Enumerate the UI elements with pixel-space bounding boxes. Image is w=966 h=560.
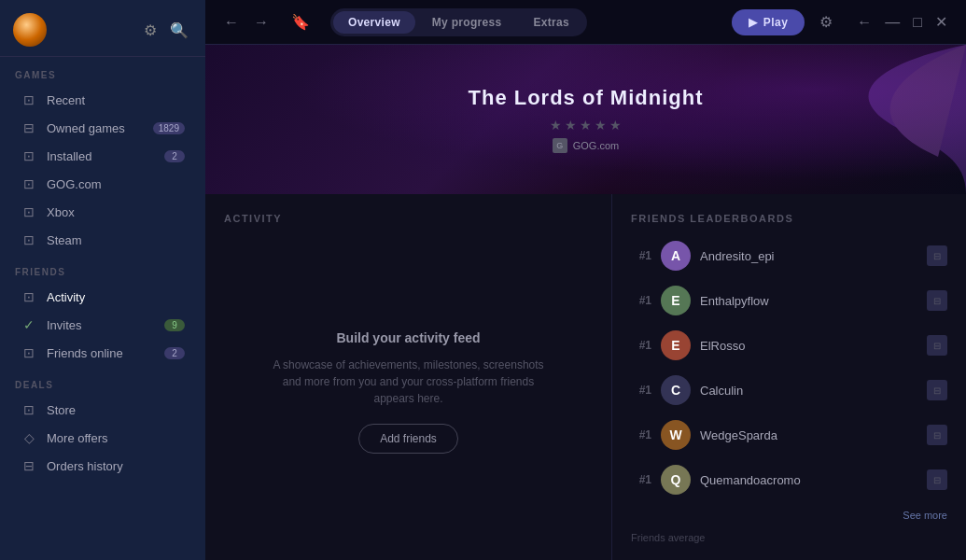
invites-badge: 9	[164, 319, 185, 331]
forward-button[interactable]: →	[248, 10, 274, 35]
star-3: ★	[580, 118, 592, 133]
lb-avatar-0: A	[661, 241, 691, 271]
recent-icon: ⊡	[21, 92, 37, 107]
activity-icon: ⊡	[21, 289, 37, 304]
lb-game-icon-3: ⊟	[927, 380, 947, 400]
sidebar-item-label-gog: GOG.com	[47, 177, 102, 191]
sidebar-item-orders-history[interactable]: ⊟ Orders history	[6, 452, 200, 480]
sidebar-item-owned-games[interactable]: ⊟ Owned games 1829	[6, 114, 200, 142]
friends-online-badge: 2	[164, 347, 185, 359]
filter-settings-button[interactable]: ⚙	[812, 9, 840, 35]
lb-game-icon-4: ⊟	[927, 425, 947, 445]
lb-avatar-1: E	[661, 286, 691, 315]
lb-avatar-2: E	[661, 330, 691, 360]
play-button[interactable]: ▶ Play	[732, 9, 805, 35]
hero-platform: G GOG.com	[553, 138, 620, 153]
tab-extras[interactable]: Extras	[518, 11, 584, 34]
sidebar-item-label-orders-history: Orders history	[47, 459, 123, 473]
leaderboard-title: FRIENDS LEADERBOARDS	[612, 213, 966, 224]
installed-badge: 2	[164, 150, 185, 162]
sidebar: ⚙ 🔍 GAMES ⊡ Recent ⊟ Owned games 1829 ⊡ …	[0, 0, 205, 560]
tab-my-progress[interactable]: My progress	[417, 11, 517, 34]
play-label: Play	[763, 16, 789, 29]
see-more-link[interactable]: See more	[612, 502, 966, 528]
lb-rank-3: #1	[631, 384, 651, 397]
friends-avg-label: Friends average	[612, 528, 966, 547]
xbox-icon: ⊡	[21, 204, 37, 219]
avatar[interactable]	[13, 13, 47, 47]
activity-empty-desc: A showcase of achievements, milestones, …	[269, 357, 549, 407]
add-friends-button[interactable]: Add friends	[358, 424, 458, 454]
sidebar-item-gog[interactable]: ⊡ GOG.com	[6, 170, 200, 198]
lb-rank-2: #1	[631, 339, 651, 352]
lb-row-1[interactable]: #1 E Enthalpyflow ⊟	[612, 278, 966, 323]
lb-rank-1: #1	[631, 294, 651, 307]
lb-game-icon-2: ⊟	[927, 335, 947, 356]
tab-group: Overview My progress Extras	[330, 8, 587, 36]
sidebar-item-friends-online[interactable]: ⊡ Friends online 2	[6, 339, 200, 367]
sidebar-item-label-more-offers: More offers	[47, 431, 108, 445]
sidebar-item-label-owned: Owned games	[47, 121, 125, 135]
lb-name-5: Quemandoacromo	[700, 473, 917, 487]
minimize-button[interactable]: —	[879, 9, 905, 35]
lb-rank-0: #1	[631, 249, 651, 262]
top-nav: ← → 🔖 Overview My progress Extras ▶ Play…	[205, 0, 966, 45]
maximize-button[interactable]: □	[907, 9, 928, 35]
orders-icon: ⊟	[21, 458, 37, 473]
friends-section-label: FRIENDS	[0, 254, 205, 283]
sidebar-item-invites[interactable]: ✓ Invites 9	[6, 311, 200, 339]
content-area: ACTIVITY Build your activity feed A show…	[205, 194, 966, 560]
sidebar-item-xbox[interactable]: ⊡ Xbox	[6, 198, 200, 226]
installed-icon: ⊡	[21, 148, 37, 163]
more-offers-icon: ◇	[21, 430, 37, 445]
star-5: ★	[609, 118, 622, 133]
hero-stars: ★ ★ ★ ★ ★	[550, 118, 622, 133]
window-controls: ← — □ ✕	[851, 9, 953, 35]
sidebar-item-label-recent: Recent	[47, 93, 85, 107]
bookmark-button[interactable]: 🔖	[286, 9, 315, 35]
sidebar-item-more-offers[interactable]: ◇ More offers	[6, 424, 200, 452]
tab-overview[interactable]: Overview	[333, 11, 415, 34]
sidebar-header: ⚙ 🔍	[0, 0, 205, 57]
gog-icon: ⊡	[21, 176, 37, 191]
lb-row-0[interactable]: #1 A Andresito_epi ⊟	[612, 233, 966, 278]
sidebar-item-label-activity: Activity	[47, 290, 85, 304]
sidebar-item-steam[interactable]: ⊡ Steam	[6, 226, 200, 254]
lb-game-icon-0: ⊟	[927, 245, 947, 266]
close-button[interactable]: ✕	[930, 9, 953, 35]
sidebar-item-label-installed: Installed	[47, 149, 91, 163]
sidebar-item-label-store: Store	[47, 403, 76, 417]
activity-empty-state: Build your activity feed A showcase of a…	[250, 243, 567, 541]
invites-icon: ✓	[21, 317, 37, 332]
lb-row-3[interactable]: #1 C Calculin ⊟	[612, 368, 966, 413]
hero-content: The Lords of Midnight ★ ★ ★ ★ ★ G GOG.co…	[205, 45, 966, 194]
sidebar-item-activity[interactable]: ⊡ Activity	[6, 283, 200, 311]
activity-panel: ACTIVITY Build your activity feed A show…	[205, 194, 611, 560]
lb-avatar-4: W	[661, 420, 691, 450]
store-icon: ⊡	[21, 402, 37, 417]
settings-icon[interactable]: ⚙	[140, 18, 161, 43]
lb-row-5[interactable]: #1 Q Quemandoacromo ⊟	[612, 457, 966, 502]
sidebar-item-label-friends-online: Friends online	[47, 346, 123, 360]
lb-name-4: WedgeSparda	[700, 428, 917, 442]
sidebar-item-label-xbox: Xbox	[47, 205, 75, 219]
lb-name-1: Enthalpyflow	[700, 294, 917, 308]
window-back-button[interactable]: ←	[851, 9, 877, 35]
sidebar-item-recent[interactable]: ⊡ Recent	[6, 86, 200, 114]
nav-arrows: ← →	[218, 10, 274, 35]
activity-panel-title: ACTIVITY	[224, 213, 282, 224]
lb-game-icon-5: ⊟	[927, 469, 947, 490]
deals-section-label: DEALS	[0, 367, 205, 396]
sidebar-item-installed[interactable]: ⊡ Installed 2	[6, 142, 200, 170]
lb-rank-5: #1	[631, 473, 651, 486]
sidebar-item-store[interactable]: ⊡ Store	[6, 396, 200, 424]
lb-row-2[interactable]: #1 E ElRosso ⊟	[612, 323, 966, 368]
search-icon[interactable]: 🔍	[166, 18, 192, 43]
lb-name-0: Andresito_epi	[700, 249, 917, 263]
hero-section: The Lords of Midnight ★ ★ ★ ★ ★ G GOG.co…	[205, 45, 966, 194]
lb-row-4[interactable]: #1 W WedgeSparda ⊟	[612, 413, 966, 457]
back-button[interactable]: ←	[218, 10, 245, 35]
owned-games-badge: 1829	[153, 122, 185, 134]
lb-avatar-3: C	[661, 375, 691, 405]
leaderboard-panel: FRIENDS LEADERBOARDS #1 A Andresito_epi …	[611, 194, 966, 560]
